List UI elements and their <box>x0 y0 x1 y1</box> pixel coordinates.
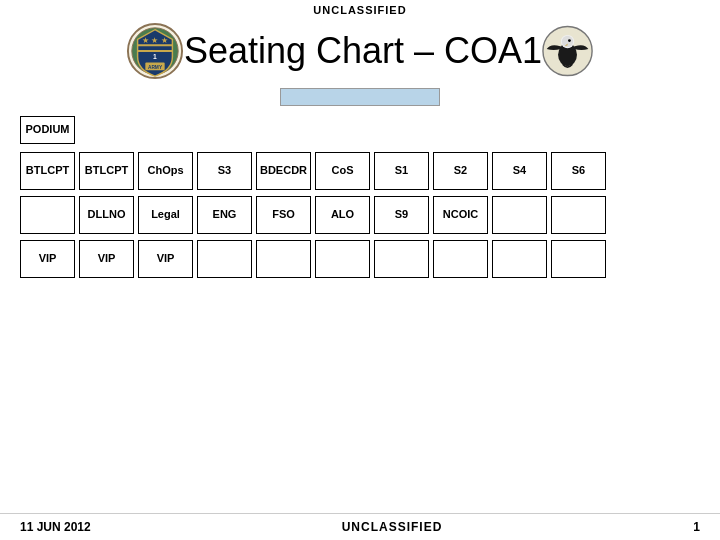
seat-box: S9 <box>374 196 429 234</box>
seat-box <box>492 240 547 278</box>
seat-box <box>20 196 75 234</box>
seat-box: ENG <box>197 196 252 234</box>
footer: 11 JUN 2012 UNCLASSIFIED 1 <box>0 513 720 540</box>
seat-box <box>374 240 429 278</box>
podium-box: PODIUM <box>20 116 75 144</box>
seat-box: CoS <box>315 152 370 190</box>
seat-box <box>256 240 311 278</box>
seat-row-3: VIPVIPVIP <box>20 240 700 278</box>
seating-area: PODIUM BTLCPTBTLCPTChOpsS3BDECDRCoSS1S2S… <box>0 110 720 278</box>
seat-box: BDECDR <box>256 152 311 190</box>
header: ★ ★ ★ 1 ARMY Seating Chart – COA1 <box>0 16 720 80</box>
seat-box <box>433 240 488 278</box>
seat-box: VIP <box>20 240 75 278</box>
seat-box: ALO <box>315 196 370 234</box>
footer-page: 1 <box>693 520 700 534</box>
seat-box: VIP <box>138 240 193 278</box>
svg-text:ARMY: ARMY <box>148 65 163 70</box>
seat-box: S6 <box>551 152 606 190</box>
seat-box <box>492 196 547 234</box>
seat-box: Legal <box>138 196 193 234</box>
footer-date: 11 JUN 2012 <box>20 520 91 534</box>
seat-row-2: DLLNOLegalENGFSOALOS9NCOIC <box>20 196 700 234</box>
seat-box: S4 <box>492 152 547 190</box>
seat-box: BTLCPT <box>20 152 75 190</box>
presenter-bar <box>0 88 720 106</box>
podium-row: PODIUM <box>20 116 700 144</box>
seat-box: VIP <box>79 240 134 278</box>
presenter-input-box[interactable] <box>280 88 440 106</box>
seat-box: BTLCPT <box>79 152 134 190</box>
top-classification: UNCLASSIFIED <box>0 0 720 16</box>
seat-box <box>551 196 606 234</box>
svg-point-10 <box>568 39 571 42</box>
svg-point-9 <box>562 36 573 47</box>
seat-box: DLLNO <box>79 196 134 234</box>
seat-row-1: BTLCPTBTLCPTChOpsS3BDECDRCoSS1S2S4S6 <box>20 152 700 190</box>
svg-text:1: 1 <box>153 53 157 60</box>
seat-box <box>197 240 252 278</box>
page-title: Seating Chart – COA1 <box>184 30 542 72</box>
seat-box <box>315 240 370 278</box>
seat-box: ChOps <box>138 152 193 190</box>
eagle-logo-right <box>542 22 594 80</box>
svg-text:★ ★ ★: ★ ★ ★ <box>142 36 167 45</box>
seat-box: S1 <box>374 152 429 190</box>
army-logo-left: ★ ★ ★ 1 ARMY <box>126 22 184 80</box>
seat-box: NCOIC <box>433 196 488 234</box>
seat-box: S2 <box>433 152 488 190</box>
seat-box: FSO <box>256 196 311 234</box>
footer-classification: UNCLASSIFIED <box>342 520 443 534</box>
seat-box: S3 <box>197 152 252 190</box>
seat-box <box>551 240 606 278</box>
